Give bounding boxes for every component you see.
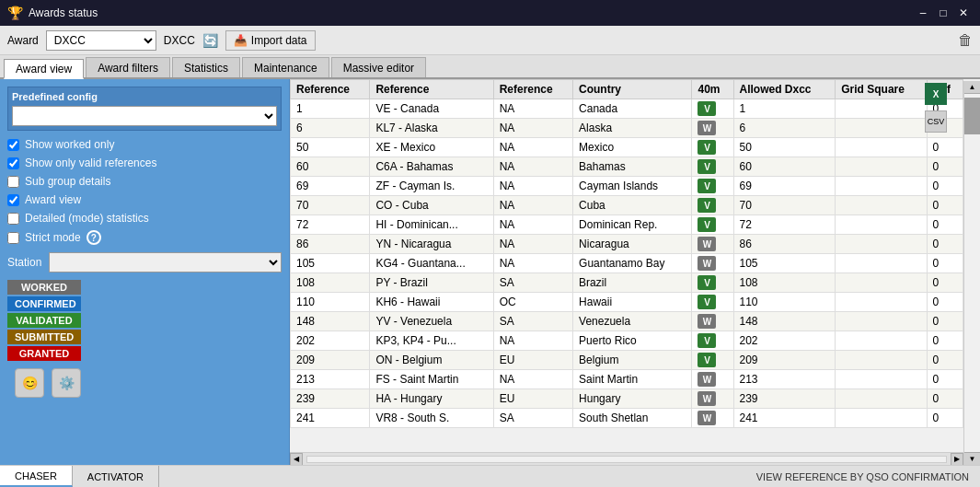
table-header-row: Reference Reference Reference Country 40… [291,80,963,99]
help-icon[interactable]: ? [86,230,101,245]
cell-allowed: 239 [733,389,836,409]
checkbox-detailed-stats-input[interactable] [7,213,19,225]
table-row[interactable]: 110 KH6 - Hawaii OC Hawaii V 110 0 [291,293,963,312]
table-row[interactable]: 69 ZF - Cayman Is. NA Cayman Islands V 6… [291,177,963,196]
table-row[interactable]: 6 KL7 - Alaska NA Alaska W 6 0 [291,119,963,138]
excel-export-btn[interactable]: X [925,83,947,105]
cell-allowed: 209 [733,351,836,370]
legend-validated: VALIDATED [7,313,81,328]
maximize-button[interactable]: □ [934,4,952,22]
checkbox-show-worked-input[interactable] [7,139,19,151]
cell-ref3: EU [493,351,572,370]
cell-country: Hawaii [573,293,692,312]
app-icon: 🏆 [7,6,23,20]
cell-ref3: NA [493,99,572,119]
table-row[interactable]: 70 CO - Cuba NA Cuba V 70 0 [291,196,963,215]
table-row[interactable]: 241 VR8 - South S. SA South Shetlan W 24… [291,409,963,428]
cell-ref: 0 [927,177,963,196]
cell-country: Hungary [573,389,692,409]
cell-ref3: NA [493,119,572,138]
scroll-right-btn[interactable]: ▶ [951,453,963,466]
cell-country: Saint Martin [573,370,692,389]
tab-maintenance[interactable]: Maintenance [242,57,329,77]
col-allowed: Allowed Dxcc [733,80,836,99]
table-row[interactable]: 50 XE - Mexico NA Mexico V 50 0 [291,138,963,157]
cell-40m: W [692,119,733,138]
cell-ref2: XE - Mexico [370,138,493,157]
cell-country: Canada [573,99,692,119]
cell-ref3: NA [493,254,572,273]
cell-ref1: 60 [291,157,370,177]
scroll-left-btn[interactable]: ◀ [290,453,303,466]
bottom-bar: CHASER ACTIVATOR VIEW REFERENCE BY QSO C… [0,465,980,487]
cell-country: Puerto Rico [573,331,692,351]
cell-allowed: 110 [733,293,836,312]
checkbox-sub-group-input[interactable] [7,176,19,188]
tab-award-filters[interactable]: Award filters [86,57,170,77]
col-ref1: Reference [291,80,370,99]
cell-ref1: 86 [291,235,370,254]
table-row[interactable]: 105 KG4 - Guantana... NA Guantanamo Bay … [291,254,963,273]
table-row[interactable]: 213 FS - Saint Martin NA Saint Martin W … [291,370,963,389]
table-row[interactable]: 108 PY - Brazil SA Brazil V 108 0 [291,273,963,293]
checkbox-strict-mode-input[interactable] [7,232,19,244]
legend-granted: GRANTED [7,346,81,361]
cell-ref: 0 [927,370,963,389]
tab-activator[interactable]: ACTIVATOR [73,466,159,487]
scroll-track-h[interactable] [306,456,947,463]
table-row[interactable]: 72 HI - Dominican... NA Dominican Rep. V… [291,215,963,235]
minimize-button[interactable]: – [914,4,932,22]
cell-40m: W [692,370,733,389]
station-row: Station [7,252,282,272]
cell-grid [836,312,927,331]
csv-export-btn[interactable]: CSV [925,110,947,133]
checkbox-award-view-input[interactable] [7,194,19,206]
legend-section: WORKED CONFIRMED VALIDATED SUBMITTED GRA… [7,280,282,361]
scroll-thumb[interactable] [964,98,980,134]
station-select[interactable] [49,252,282,272]
award-bar: Award DXCC DXCC 🔄 📥 Import data 🗑 [0,26,980,55]
cell-grid [836,331,927,351]
cell-ref1: 72 [291,215,370,235]
predefined-select[interactable] [12,106,277,126]
cell-ref: 0 [927,331,963,351]
cell-ref2: ON - Belgium [370,351,493,370]
import-icon: 📥 [234,34,248,47]
icon-btn-1[interactable]: 😊 [15,368,44,398]
tab-award-view[interactable]: Award view [4,59,84,79]
left-panel: Predefined config Show worked only Show … [0,79,290,465]
table-row[interactable]: 1 VE - Canada NA Canada V 1 0 [291,99,963,119]
cell-grid [836,157,927,177]
cell-grid [836,254,927,273]
table-row[interactable]: 209 ON - Belgium EU Belgium V 209 0 [291,351,963,370]
checkbox-strict-mode-label: Strict mode [25,231,81,244]
cell-grid [836,119,927,138]
table-row[interactable]: 86 YN - Nicaragua NA Nicaragua W 86 0 [291,235,963,254]
table-container[interactable]: Reference Reference Reference Country 40… [290,79,980,452]
icon-btn-2[interactable]: ⚙️ [52,368,81,398]
tab-massive-editor[interactable]: Massive editor [331,57,426,77]
award-select[interactable]: DXCC [46,30,156,51]
table-row[interactable]: 202 KP3, KP4 - Pu... NA Puerto Rico V 20… [291,331,963,351]
cell-ref1: 6 [291,119,370,138]
scroll-down-btn[interactable]: ▼ [964,452,980,465]
cell-allowed: 60 [733,157,836,177]
cell-40m: W [692,235,733,254]
checkbox-show-worked-label: Show worked only [25,138,114,151]
scrollbar-right[interactable]: ▲ ▼ [963,81,980,465]
trash-icon[interactable]: 🗑 [958,32,973,49]
cell-ref1: 1 [291,99,370,119]
tab-chaser[interactable]: CHASER [0,466,73,487]
close-button[interactable]: ✕ [954,4,973,22]
cell-40m: V [692,99,733,119]
table-row[interactable]: 239 HA - Hungary EU Hungary W 239 0 [291,389,963,409]
cell-grid [836,196,927,215]
cell-ref3: OC [493,293,572,312]
table-row[interactable]: 60 C6A - Bahamas NA Bahamas V 60 0 [291,157,963,177]
import-button[interactable]: 📥 Import data [225,30,316,51]
tab-statistics[interactable]: Statistics [172,57,240,77]
cell-ref: 0 [927,157,963,177]
table-row[interactable]: 148 YV - Venezuela SA Venezuela W 148 0 [291,312,963,331]
checkbox-show-valid-input[interactable] [7,157,19,169]
scroll-up-btn[interactable]: ▲ [964,81,980,94]
